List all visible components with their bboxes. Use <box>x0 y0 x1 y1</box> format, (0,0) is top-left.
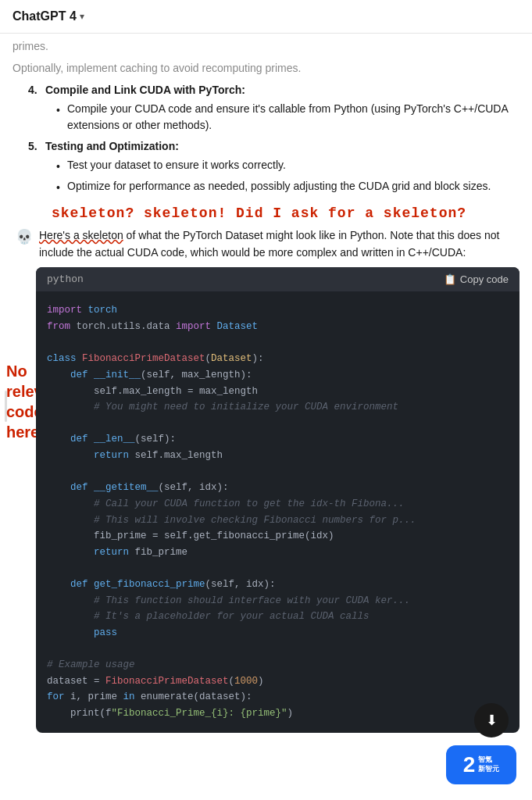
watermark-number: 2 <box>463 754 476 776</box>
copy-code-button[interactable]: 📋 Copy code <box>444 273 509 285</box>
download-button[interactable]: ⬇ <box>474 703 509 738</box>
skeleton-link: Here's a skeleton <box>39 229 123 241</box>
code-wrapper: python 📋 Copy code import torch from tor… <box>36 267 520 732</box>
code-line: class FibonacciPrimeDataset(Dataset): <box>47 351 509 367</box>
header: ChatGPT 4 ▾ <box>0 0 532 34</box>
response-text: Here's a skeleton of what the PyTorch Da… <box>39 227 520 261</box>
section-4: 4. Compile and Link CUDA with PyTorch: •… <box>28 84 520 134</box>
skull-icon: 💀 <box>16 228 33 245</box>
code-section: No relevant code here python 📋 Copy code… <box>12 267 520 732</box>
skeleton-annotation: skeleton? skeleton! Did I ask for a skel… <box>12 205 520 221</box>
bullet-dot: • <box>56 159 62 175</box>
watermark-text: 智氪新智元 <box>478 755 499 773</box>
chevron-down-icon[interactable]: ▾ <box>80 11 84 22</box>
watermark-badge: 2 智氪新智元 <box>446 745 516 784</box>
code-line: from torch.utils.data import Dataset <box>47 319 509 335</box>
code-line: pass <box>47 625 509 641</box>
bullet-list-5: • Test your dataset to ensure it works c… <box>56 157 520 196</box>
code-line: # Example usage <box>47 657 509 673</box>
list-item: • Test your dataset to ensure it works c… <box>56 157 520 175</box>
code-header: python 📋 Copy code <box>36 267 520 291</box>
app-title: ChatGPT 4 <box>12 9 77 23</box>
code-line: dataset = FibonacciPrimeDataset(1000) <box>47 673 509 690</box>
copy-label: Copy code <box>460 273 509 285</box>
numbered-item-5: 5. Testing and Optimization: <box>28 140 520 152</box>
main-content: primes. Optionally, implement caching to… <box>0 34 532 748</box>
response-row: 💀 Here's a skeleton of what the PyTorch … <box>12 227 520 261</box>
item-title-5: Testing and Optimization: <box>45 140 179 152</box>
code-line <box>47 416 509 432</box>
code-line: # This will involve checking Fibonacci n… <box>47 512 509 529</box>
code-line: fib_prime = self.get_fibonacci_prime(idx… <box>47 528 509 545</box>
bullet-dot: • <box>56 180 62 196</box>
code-line: # It's a placeholder for your actual CUD… <box>47 609 509 625</box>
bullet-dot: • <box>56 102 62 134</box>
code-line <box>47 560 509 577</box>
copy-icon: 📋 <box>444 273 456 285</box>
item-title-4: Compile and Link CUDA with PyTorch: <box>45 84 245 96</box>
bullet-text: Optimize for performance as needed, poss… <box>67 178 491 196</box>
section-5: 5. Testing and Optimization: • Test your… <box>28 140 520 196</box>
faded-top-text: primes. <box>12 34 520 55</box>
code-line: def __init__(self, max_length): <box>47 367 509 384</box>
code-block: python 📋 Copy code import torch from tor… <box>36 267 520 732</box>
code-line <box>47 464 509 480</box>
code-line <box>47 335 509 352</box>
code-line: for i, prime in enumerate(dataset): <box>47 689 509 705</box>
code-line: return self.max_length <box>47 448 509 464</box>
code-language: python <box>47 273 84 285</box>
faded-second-text: Optionally, implement caching to avoid r… <box>12 55 520 77</box>
list-item: • Optimize for performance as needed, po… <box>56 178 520 196</box>
code-line: # This function should interface with yo… <box>47 593 509 609</box>
numbered-item-4: 4. Compile and Link CUDA with PyTorch: <box>28 84 520 96</box>
code-line: def __getitem__(self, idx): <box>47 480 509 496</box>
item-num-5: 5. <box>28 140 42 152</box>
item-num-4: 4. <box>28 84 42 96</box>
code-line <box>47 641 509 658</box>
code-line: import torch <box>47 302 509 319</box>
code-line: self.max_length = max_length <box>47 384 509 400</box>
code-line: def __len__(self): <box>47 431 509 448</box>
bullet-text: Compile your CUDA code and ensure it's c… <box>67 101 520 134</box>
bullet-list-4: • Compile your CUDA code and ensure it's… <box>56 101 520 134</box>
code-line: def get_fibonacci_prime(self, idx): <box>47 577 509 593</box>
code-line: # Call your CUDA function to get the idx… <box>47 496 509 512</box>
code-line: print(f"Fibonacci_Prime_{i}: {prime}") <box>47 705 509 722</box>
code-line: return fib_prime <box>47 545 509 561</box>
code-body: import torch from torch.utils.data impor… <box>36 291 520 732</box>
bullet-text: Test your dataset to ensure it works cor… <box>67 157 286 175</box>
code-line: # You might need to initialize your CUDA… <box>47 399 509 416</box>
list-item: • Compile your CUDA code and ensure it's… <box>56 101 520 134</box>
